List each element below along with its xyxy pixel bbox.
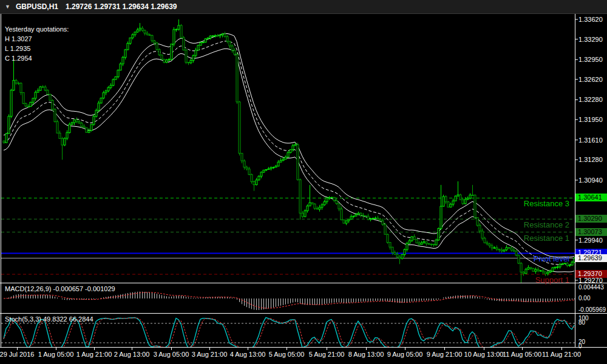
- price-tick-2: 1.32950: [578, 56, 603, 63]
- price-tick-3: 1.32620: [578, 76, 603, 83]
- price-tick-0: 1.33620: [578, 16, 603, 23]
- chart-canvas[interactable]: [0, 0, 607, 364]
- price-chip-1: 1.30290: [575, 215, 607, 223]
- price-chip-2: 1.30073: [575, 228, 607, 236]
- price-chip-0: 1.30641: [575, 194, 607, 201]
- yesterday-quotations-heading: Yesterday quotations:: [5, 24, 69, 34]
- resistance-1-label: Resistance 1: [524, 234, 569, 243]
- time-label-11: 9 Aug 21:00: [427, 351, 463, 358]
- price-tick-5: 1.31950: [578, 116, 603, 123]
- yesterday-low: L 1.2935: [5, 44, 69, 53]
- yesterday-close: C 1.2954: [5, 53, 69, 63]
- macd-axis-1: 0.00: [578, 295, 590, 302]
- stoch-indicator-label: Stoch(5,3,3) 49.8322 66.2844: [5, 315, 93, 323]
- macd-axis-2: -0.005969: [578, 306, 606, 313]
- price-tick-4: 1.32280: [578, 96, 603, 103]
- time-label-2: 1 Aug 21:00: [76, 351, 112, 358]
- time-label-9: 8 Aug 13:00: [348, 351, 384, 358]
- time-label-1: 1 Aug 05:00: [38, 351, 74, 358]
- price-tick-9: 1.29940: [578, 237, 603, 244]
- current-ohlc-quote: 1.29726 1.29731 1.29634 1.29639: [66, 0, 177, 13]
- time-label-10: 9 Aug 05:00: [387, 351, 423, 358]
- yesterday-high: H 1.3027: [5, 34, 69, 44]
- price-tick-1: 1.33290: [578, 36, 603, 43]
- macd-indicator-label: MACD(12,26,9) -0.000657 -0.001029: [5, 285, 115, 292]
- price-tick-7: 1.31280: [578, 156, 603, 163]
- time-label-0: 29 Jul 2016: [0, 351, 34, 358]
- resistance-2-label: Resistance 2: [524, 220, 569, 229]
- price-tick-6: 1.31610: [578, 136, 603, 144]
- price-tick-8: 1.30940: [578, 177, 603, 184]
- time-label-5: 3 Aug 21:00: [192, 351, 228, 358]
- support-1-label: Support 1: [535, 275, 569, 285]
- stoch-axis-1: 80: [578, 319, 585, 326]
- time-label-6: 4 Aug 13:00: [230, 351, 266, 358]
- macd-axis-0: 0.004443: [578, 284, 604, 291]
- time-label-3: 2 Aug 13:00: [114, 351, 150, 358]
- time-label-7: 5 Aug 05:00: [269, 351, 305, 358]
- time-label-13: 11 Aug 05:00: [503, 351, 541, 358]
- time-label-8: 5 Aug 21:00: [309, 351, 345, 358]
- chart-title-bar: ▼ GBPUSD,H1 1.29726 1.29731 1.29634 1.29…: [0, 0, 607, 14]
- price-chip-4: 1.29639: [575, 254, 607, 262]
- time-label-12: 10 Aug 13:00: [464, 351, 504, 358]
- time-label-4: 3 Aug 05:00: [154, 351, 189, 358]
- resistance-3-label: Resistance 3: [524, 199, 569, 208]
- price-chip-5: 1.29370: [575, 270, 607, 278]
- pivot-level-label: Pivot level: [534, 254, 569, 263]
- time-label-14: 11 Aug 21:00: [542, 351, 581, 358]
- yesterday-quotations-box: Yesterday quotations: H 1.3027 L 1.2935 …: [5, 24, 69, 63]
- stoch-axis-3: 0: [578, 343, 582, 349]
- mt4-chart-window: ▼ GBPUSD,H1 1.29726 1.29731 1.29634 1.29…: [0, 0, 607, 364]
- chart-menu-dropdown-icon[interactable]: ▼: [5, 0, 10, 13]
- symbol-period-label: GBPUSD,H1: [16, 0, 58, 13]
